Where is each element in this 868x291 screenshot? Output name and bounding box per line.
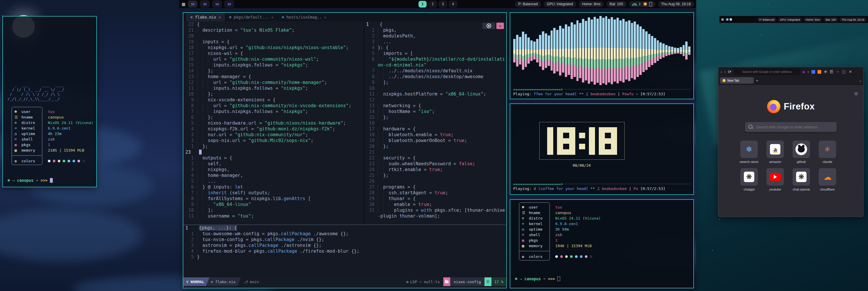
- workspace-1[interactable]: 1: [418, 1, 427, 7]
- code-text: ../../modules/nixos/desktop/awesome: [378, 74, 506, 80]
- visualizer-bar: [677, 48, 679, 53]
- visualizer-bar: [608, 19, 610, 83]
- code-text: bluetooth.enable = true;: [378, 132, 506, 138]
- code-line: 3 ...: [364, 39, 506, 45]
- digit-cell: [563, 149, 569, 155]
- wifi-icon: [632, 3, 637, 6]
- shortcut-tile-github[interactable]: github: [792, 141, 811, 164]
- search-input[interactable]: [745, 122, 837, 132]
- tray-icon[interactable]: [726, 18, 728, 21]
- shortcut-tile-youtube[interactable]: youtube: [766, 168, 784, 191]
- now-playing: Playing: d (coffee for your head) ** ♫ b…: [513, 186, 690, 191]
- window-close-button[interactable]: ✕: [496, 23, 504, 29]
- extension-icon[interactable]: [811, 70, 815, 74]
- menu-icon[interactable]: ☰: [830, 69, 834, 74]
- app-launcher-icon[interactable]: ▦: [721, 18, 724, 21]
- digit-cell: [611, 149, 617, 155]
- extension-icon[interactable]: ◆: [802, 70, 805, 74]
- code-text: astronvim = pkgs.callPackage ./astronvim…: [197, 242, 506, 248]
- line-number: 3: [183, 242, 197, 248]
- tab-close-icon[interactable]: ✕: [218, 15, 221, 20]
- line-number: 5: [364, 51, 378, 56]
- back-button[interactable]: ‹: [721, 69, 722, 74]
- code-line: 21 description = "tux's NixOS Flake";: [183, 27, 364, 33]
- code-text: nixpkgs.url = "github:nixos/nixpkgs/nixo…: [197, 45, 364, 51]
- tab-close-icon[interactable]: ✕: [324, 15, 327, 20]
- clock-digit: [557, 127, 575, 155]
- code-text: security = {: [378, 155, 506, 161]
- extensions-puzzle-icon[interactable]: ❖: [824, 69, 827, 74]
- code-line: 5 ...: [183, 178, 364, 184]
- window-toggle-button[interactable]: [483, 23, 495, 29]
- close-button[interactable]: ✕: [849, 70, 852, 74]
- clock-widget[interactable]: Thu Aug 08, 18:18: [658, 1, 694, 7]
- reload-button[interactable]: ⟳: [728, 69, 731, 74]
- code-text: modulesPath,: [378, 33, 506, 39]
- tray-icons[interactable]: ᛒ: [629, 1, 655, 7]
- workspace-2[interactable]: 2: [429, 1, 437, 7]
- minimize-button[interactable]: –: [837, 70, 839, 74]
- shortcut-tile-amazon[interactable]: aamazon: [766, 141, 784, 164]
- tab-hosts-isoImag-[interactable]: ❄hosts/isoImag..✕: [278, 13, 331, 22]
- tab-flake-nix[interactable]: ❄flake.nix✕: [186, 13, 225, 22]
- code-text: inputs = {: [197, 39, 364, 45]
- shortcut-tile-chatgpt[interactable]: ❋chatgpt: [740, 168, 758, 191]
- tab-new-tab[interactable]: New Tab: [720, 77, 754, 84]
- line-number: 10: [364, 85, 378, 91]
- tasklist-item[interactable]: $W: [200, 1, 210, 7]
- url-bar[interactable]: [734, 68, 800, 75]
- new-tab-button[interactable]: +: [756, 79, 758, 83]
- code-line: 8 url = "github:nix-community/nix-vscode…: [183, 103, 364, 109]
- code-line: 6 } @ inputs: let: [183, 184, 364, 190]
- code-line: 28 ssh.startAgent = true;: [364, 190, 506, 196]
- code-text: url = "github:nix-community/home-manager…: [197, 80, 364, 85]
- fetch-value: tux: [48, 109, 55, 114]
- code-line: 1 tux-awesome-wm-config = pkgs.callPacka…: [183, 231, 506, 237]
- star: [719, 219, 720, 220]
- tasklist-item[interactable]: $W: [212, 1, 222, 7]
- tray-icon[interactable]: [730, 18, 732, 21]
- tab-close-icon[interactable]: ✕: [271, 15, 274, 20]
- shortcut-tile-chat-openai[interactable]: ❋chat.openai: [792, 168, 811, 191]
- tasklist-item[interactable]: $W: [224, 1, 234, 7]
- tile-label: search.nixos: [740, 160, 758, 164]
- line-number: 12: [364, 97, 378, 103]
- personalize-gear-icon[interactable]: ⚙: [855, 91, 858, 96]
- app-launcher-icon[interactable]: ▦: [182, 2, 185, 6]
- tab-list-chevron-icon[interactable]: ⌄: [859, 79, 862, 83]
- shortcut-tile-search-nixos[interactable]: ❄search.nixos: [740, 141, 758, 164]
- bar-left-section: ▦ $W$W$W$W: [182, 1, 234, 7]
- extension-icon[interactable]: ◗: [807, 70, 809, 74]
- code-text: enable = true;: [378, 202, 506, 207]
- code-text: [378, 178, 506, 184]
- workspace-4[interactable]: 4: [449, 1, 457, 7]
- forward-button[interactable]: ›: [724, 69, 726, 74]
- clock-widget[interactable]: Thu Aug 08, 18:18: [840, 18, 866, 22]
- code-line: 2 modulesPath,: [364, 33, 506, 39]
- shortcut-tile-cloudflare[interactable]: ☁cloudflare: [818, 168, 837, 191]
- code-line: 4 home-manager,: [183, 173, 364, 178]
- search-icon: [748, 124, 752, 129]
- line-number: 27: [364, 184, 378, 190]
- tasklist-item[interactable]: $W: [188, 1, 197, 7]
- maximize-button[interactable]: ▢: [842, 70, 845, 74]
- pane-pkgs-default[interactable]: 1{pkgs, ...}: {1 tux-awesome-wm-config =…: [183, 225, 506, 278]
- fetch-label: shell: [22, 137, 33, 142]
- shell-prompt[interactable]: ☻ → canopus ~ >>>: [515, 277, 560, 281]
- pane-flake-nix[interactable]: 22{21 description = "tux's NixOS Flake";…: [183, 22, 364, 225]
- workspace-3[interactable]: 3: [439, 1, 447, 7]
- firefox-wordmark: Firefox: [784, 101, 815, 112]
- fetch-label: kernel: [22, 125, 35, 131]
- digit-cell: [611, 144, 617, 149]
- shortcut-tile-claude[interactable]: ✳claude: [818, 141, 837, 164]
- code-text: };: [197, 143, 364, 149]
- line-number: 11: [183, 85, 197, 91]
- extension-icon[interactable]: [817, 70, 821, 74]
- pane-iso-config[interactable]: ✕ 1{1 pkgs,2 modulesPath,3 ...4}: {5 imp…: [364, 22, 506, 225]
- code-line: 10: [364, 85, 506, 91]
- digit-cell: [605, 149, 611, 155]
- tab-pkgs-default-[interactable]: ❄pkgs/default...✕: [225, 13, 278, 22]
- shell-prompt[interactable]: ☻ → canopus ~ >>>: [7, 178, 53, 183]
- line-number: 1: [183, 231, 197, 237]
- shortcut-tiles: ❄search.nixosaamazongithub✳claude❋chatgp…: [740, 141, 842, 191]
